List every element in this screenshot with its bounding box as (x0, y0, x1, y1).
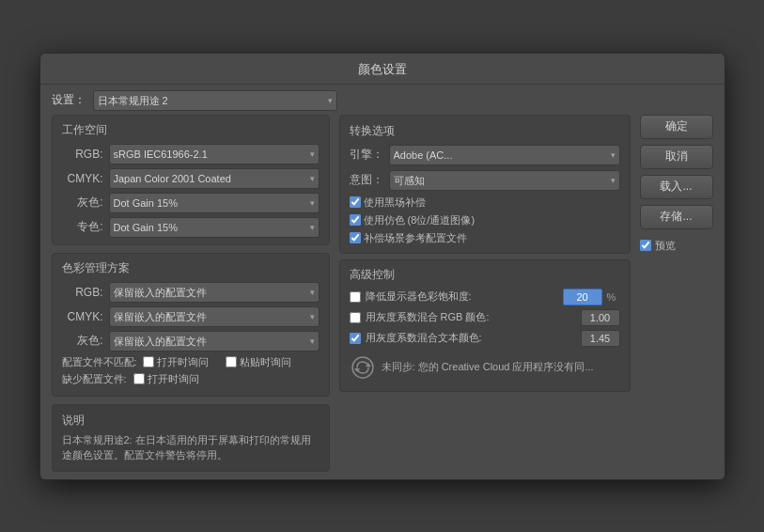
missing-open-check[interactable] (133, 373, 145, 384)
mismatch-open-check[interactable] (143, 356, 154, 368)
missing-label: 缺少配置文件: (62, 372, 128, 386)
missing-open-label[interactable]: 打开时询问 (133, 372, 199, 386)
color-mgmt-title: 色彩管理方案 (62, 260, 320, 276)
dialog-title: 颜色设置 (358, 62, 407, 76)
description-section: 说明 日本常规用途2: 在日本适用的用于屏幕和打印的常规用途颜色设置。配置文件警… (52, 404, 330, 472)
cmyk-select-wrapper[interactable]: Japan Color 2001 Coated (109, 168, 320, 189)
description-text: 日本常规用途2: 在日本适用的用于屏幕和打印的常规用途颜色设置。配置文件警告将停… (62, 432, 320, 463)
color-mgmt-section: 色彩管理方案 RGB: 保留嵌入的配置文件 CMYK: 保留嵌入的配置文件 (52, 253, 330, 397)
settings-label: 设置： (52, 92, 86, 108)
mgmt-cmyk-select[interactable]: 保留嵌入的配置文件 (109, 306, 320, 327)
missing-row: 缺少配置文件: 打开时询问 (62, 372, 320, 386)
mismatch-open-label[interactable]: 打开时询问 (143, 355, 209, 369)
save-button[interactable]: 存储... (640, 205, 713, 229)
intent-row: 意图： 可感知 (350, 170, 620, 191)
mismatch-row: 配置文件不匹配: 打开时询问 粘贴时询问 (62, 355, 320, 369)
description-title: 说明 (62, 413, 320, 429)
cmyk-select[interactable]: Japan Color 2001 Coated (109, 168, 320, 189)
compensate-check[interactable] (350, 232, 361, 243)
spot-select[interactable]: Dot Gain 15% (109, 217, 320, 238)
rgb-select-wrapper[interactable]: sRGB IEC61966-2.1 (109, 144, 320, 164)
blend-rgb-row: 用灰度系数混合 RGB 颜色: (350, 309, 620, 326)
compensate-text: 补偿场景参考配置文件 (364, 231, 467, 245)
cmyk-label: CMYK: (62, 172, 103, 185)
workspace-section: 工作空间 RGB: sRGB IEC61966-2.1 CMYK: Japan … (52, 115, 330, 245)
mgmt-rgb-label: RGB: (62, 286, 103, 299)
blend-text-row: 用灰度系数混合文本颜色: (350, 330, 620, 347)
sync-row: 未同步: 您的 Creative Cloud 应用程序没有同... (350, 351, 620, 384)
missing-open-text: 打开时询问 (148, 372, 199, 386)
blend-text-label: 用灰度系数混合文本颜色: (366, 331, 576, 345)
conversion-title: 转换选项 (350, 123, 620, 139)
mgmt-cmyk-row: CMYK: 保留嵌入的配置文件 (62, 306, 320, 327)
settings-select-wrapper[interactable]: 日本常规用途 2 (93, 90, 337, 111)
engine-label: 引擎： (350, 147, 383, 163)
mismatch-label: 配置文件不匹配: (62, 355, 137, 369)
advanced-title: 高级控制 (350, 267, 620, 283)
engine-select-wrapper[interactable]: Adobe (AC... (389, 145, 620, 165)
main-content: 工作空间 RGB: sRGB IEC61966-2.1 CMYK: Japan … (40, 115, 725, 479)
desaturate-label: 降低显示器色彩饱和度: (366, 289, 558, 304)
spot-select-wrapper[interactable]: Dot Gain 15% (109, 217, 320, 238)
preview-check[interactable] (640, 240, 651, 251)
desaturate-input[interactable] (563, 289, 602, 305)
mismatch-open-text: 打开时询问 (157, 355, 209, 369)
intent-select-wrapper[interactable]: 可感知 (389, 170, 620, 191)
rgb-row: RGB: sRGB IEC61966-2.1 (62, 144, 320, 164)
gray-label: 灰色: (62, 195, 103, 211)
black-point-check[interactable] (350, 196, 361, 208)
mgmt-rgb-select[interactable]: 保留嵌入的配置文件 (109, 282, 320, 303)
desaturate-row: 降低显示器色彩饱和度: % (350, 289, 620, 305)
gray-row: 灰色: Dot Gain 15% (62, 193, 320, 213)
dither-label[interactable]: 使用仿色 (8位/通道图像) (350, 213, 620, 227)
sync-icon (350, 354, 376, 381)
engine-select[interactable]: Adobe (AC... (389, 145, 620, 165)
compensate-label[interactable]: 补偿场景参考配置文件 (350, 231, 620, 245)
svg-point-0 (352, 357, 373, 378)
settings-select[interactable]: 日本常规用途 2 (93, 90, 337, 111)
mismatch-paste-label[interactable]: 粘贴时询问 (226, 355, 291, 369)
blend-rgb-input[interactable] (581, 309, 620, 326)
desaturate-unit: % (607, 291, 620, 303)
mgmt-gray-select-wrapper[interactable]: 保留嵌入的配置文件 (109, 331, 320, 352)
advanced-section: 高级控制 降低显示器色彩饱和度: % 用灰度系数混合 RGB 颜色: 用灰度系数… (339, 259, 631, 392)
cmyk-row: CMYK: Japan Color 2001 Coated (62, 168, 320, 189)
dialog-title-bar: 颜色设置 (40, 54, 725, 85)
mgmt-gray-label: 灰色: (62, 333, 103, 349)
black-point-text: 使用黑场补偿 (364, 196, 426, 210)
mgmt-cmyk-label: CMYK: (62, 310, 103, 323)
workspace-title: 工作空间 (62, 122, 320, 138)
blend-text-check[interactable] (350, 333, 361, 344)
mismatch-paste-text: 粘贴时询问 (240, 355, 291, 369)
blend-rgb-label: 用灰度系数混合 RGB 颜色: (366, 310, 576, 324)
preview-label[interactable]: 预览 (640, 239, 713, 253)
load-button[interactable]: 载入... (640, 175, 713, 199)
rgb-select[interactable]: sRGB IEC61966-2.1 (109, 144, 320, 164)
spot-label: 专色: (62, 219, 103, 235)
mgmt-rgb-select-wrapper[interactable]: 保留嵌入的配置文件 (109, 282, 320, 303)
mismatch-paste-check[interactable] (226, 356, 237, 368)
gray-select-wrapper[interactable]: Dot Gain 15% (109, 193, 320, 213)
gray-select[interactable]: Dot Gain 15% (109, 193, 320, 213)
settings-row: 设置： 日本常规用途 2 (40, 85, 725, 115)
dither-check[interactable] (350, 214, 361, 226)
cancel-button[interactable]: 取消 (640, 145, 713, 169)
mgmt-rgb-row: RGB: 保留嵌入的配置文件 (62, 282, 320, 303)
ok-button[interactable]: 确定 (640, 115, 713, 139)
intent-label: 意图： (350, 172, 383, 188)
rgb-label: RGB: (62, 148, 103, 161)
right-column: 转换选项 引擎： Adobe (AC... 意图： 可感知 (339, 115, 631, 472)
desaturate-check[interactable] (350, 291, 361, 303)
sync-text: 未同步: 您的 Creative Cloud 应用程序没有同... (382, 360, 594, 374)
blend-rgb-check[interactable] (350, 312, 361, 323)
blend-text-input[interactable] (581, 330, 620, 347)
mgmt-gray-row: 灰色: 保留嵌入的配置文件 (62, 331, 320, 352)
color-settings-dialog: 颜色设置 设置： 日本常规用途 2 工作空间 RGB: sRGB IEC6196… (39, 53, 725, 480)
black-point-label[interactable]: 使用黑场补偿 (350, 196, 620, 210)
intent-select[interactable]: 可感知 (389, 170, 620, 191)
left-column: 工作空间 RGB: sRGB IEC61966-2.1 CMYK: Japan … (52, 115, 330, 472)
mgmt-gray-select[interactable]: 保留嵌入的配置文件 (109, 331, 320, 352)
action-column: 确定 取消 载入... 存储... 预览 (640, 115, 713, 472)
dither-text: 使用仿色 (8位/通道图像) (364, 213, 476, 227)
mgmt-cmyk-select-wrapper[interactable]: 保留嵌入的配置文件 (109, 306, 320, 327)
